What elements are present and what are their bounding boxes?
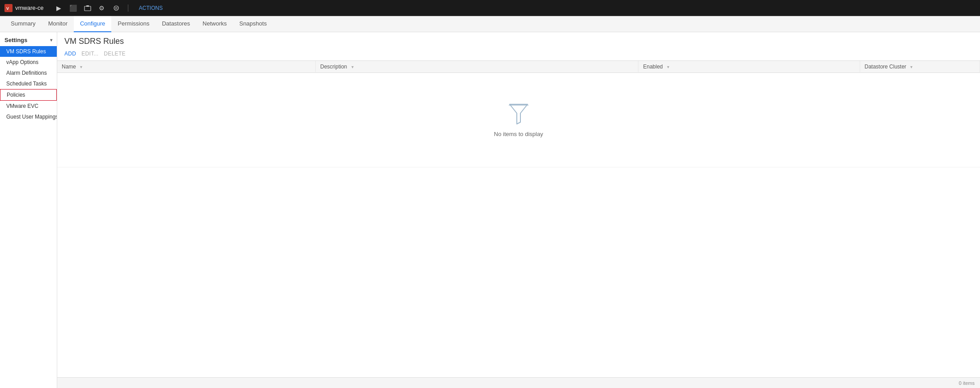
vmware-icon: V: [4, 4, 13, 12]
main-layout: Settings ▾ VM SDRS Rules vApp Options Al…: [0, 32, 980, 388]
empty-state-text: No items to display: [494, 131, 543, 137]
settings-icon[interactable]: ⚙: [97, 4, 106, 13]
sidebar-item-alarm-definitions[interactable]: Alarm Definitions: [0, 68, 57, 78]
stop-icon[interactable]: ⬛: [69, 4, 78, 13]
sidebar: Settings ▾ VM SDRS Rules vApp Options Al…: [0, 32, 57, 388]
filter-desc-icon[interactable]: ▾: [351, 64, 354, 69]
col-header-description[interactable]: Description ▾: [316, 61, 638, 73]
table-container: Name ▾ Description ▾ Enabled ▾ Datasto: [57, 61, 980, 377]
edit-button[interactable]: EDIT...: [81, 51, 98, 57]
app-logo: V vmware-ce: [4, 4, 44, 12]
sidebar-item-scheduled-tasks[interactable]: Scheduled Tasks: [0, 78, 57, 89]
chevron-down-icon: ▾: [50, 38, 52, 43]
empty-state-row: No items to display: [57, 73, 980, 167]
sidebar-section-settings[interactable]: Settings ▾: [0, 34, 57, 46]
content-area: VM SDRS Rules ADD EDIT... DELETE Name ▾ …: [57, 32, 980, 388]
col-header-datastore-cluster[interactable]: Datastore Cluster ▾: [860, 61, 980, 73]
nav-tabs: Summary Monitor Configure Permissions Da…: [0, 16, 980, 32]
delete-button[interactable]: DELETE: [104, 51, 125, 57]
top-bar: V vmware-ce ▶ ⬛ ⚙ ACTIONS: [0, 0, 980, 16]
tab-datastores[interactable]: Datastores: [156, 16, 196, 32]
svg-point-5: [115, 7, 117, 9]
filter-name-icon[interactable]: ▾: [80, 64, 82, 69]
svg-rect-3: [86, 5, 89, 7]
sidebar-item-vmware-evc[interactable]: VMware EVC: [0, 101, 57, 111]
filter-ds-icon[interactable]: ▾: [910, 64, 912, 69]
tab-configure[interactable]: Configure: [74, 16, 111, 32]
svg-text:V: V: [6, 6, 9, 11]
top-bar-actions: ▶ ⬛ ⚙ ACTIONS: [55, 4, 163, 13]
table-footer: 0 items: [57, 377, 980, 388]
table-header-row: Name ▾ Description ▾ Enabled ▾ Datasto: [57, 61, 980, 73]
filter-enabled-icon[interactable]: ▾: [667, 64, 669, 69]
tab-permissions[interactable]: Permissions: [111, 16, 156, 32]
app-name: vmware-ce: [15, 4, 44, 11]
actions-button[interactable]: ACTIONS: [139, 5, 163, 11]
config-icon[interactable]: [112, 4, 121, 13]
tab-monitor[interactable]: Monitor: [42, 16, 74, 32]
play-icon[interactable]: ▶: [55, 4, 63, 13]
svg-point-4: [114, 6, 118, 10]
tab-snapshots[interactable]: Snapshots: [233, 16, 273, 32]
separator: [128, 4, 128, 12]
toolbar: ADD EDIT... DELETE: [64, 49, 973, 58]
page-title: VM SDRS Rules: [64, 37, 973, 46]
col-header-name[interactable]: Name ▾: [57, 61, 316, 73]
content-header: VM SDRS Rules ADD EDIT... DELETE: [57, 32, 980, 61]
vm-sdrs-rules-table: Name ▾ Description ▾ Enabled ▾ Datasto: [57, 61, 980, 167]
svg-rect-2: [84, 6, 91, 11]
sidebar-item-guest-user-mappings[interactable]: Guest User Mappings: [0, 111, 57, 122]
items-count: 0 items: [959, 380, 975, 386]
empty-funnel-icon: [508, 102, 529, 127]
sidebar-item-policies[interactable]: Policies: [0, 89, 57, 101]
sidebar-item-vm-sdrs-rules[interactable]: VM SDRS Rules: [0, 46, 57, 57]
snapshot-icon[interactable]: [83, 4, 92, 13]
sidebar-item-vapp-options[interactable]: vApp Options: [0, 57, 57, 68]
tab-summary[interactable]: Summary: [4, 16, 42, 32]
col-header-enabled[interactable]: Enabled ▾: [638, 61, 860, 73]
tab-networks[interactable]: Networks: [196, 16, 233, 32]
add-button[interactable]: ADD: [64, 51, 76, 57]
empty-state: No items to display: [62, 76, 976, 164]
